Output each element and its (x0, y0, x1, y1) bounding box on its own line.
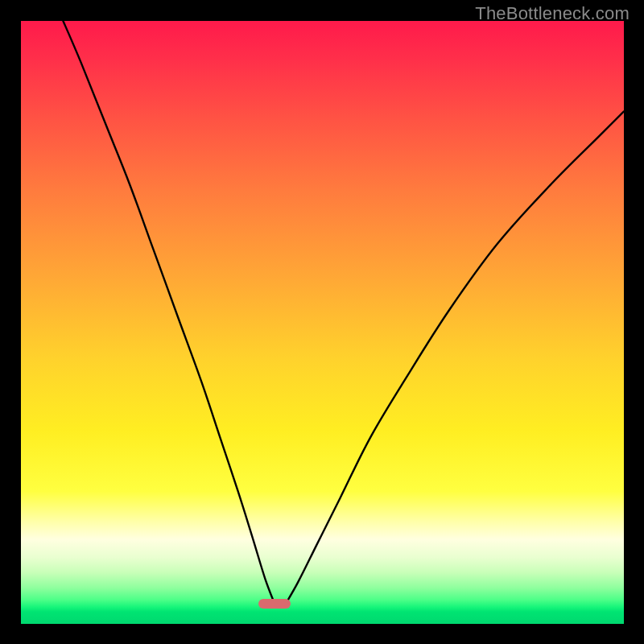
optimal-range-marker (258, 599, 291, 609)
plot-area (21, 21, 624, 624)
score-gradient-background (21, 21, 624, 624)
chart-frame: TheBottleneck.com (0, 0, 644, 644)
watermark-text: TheBottleneck.com (475, 3, 630, 24)
